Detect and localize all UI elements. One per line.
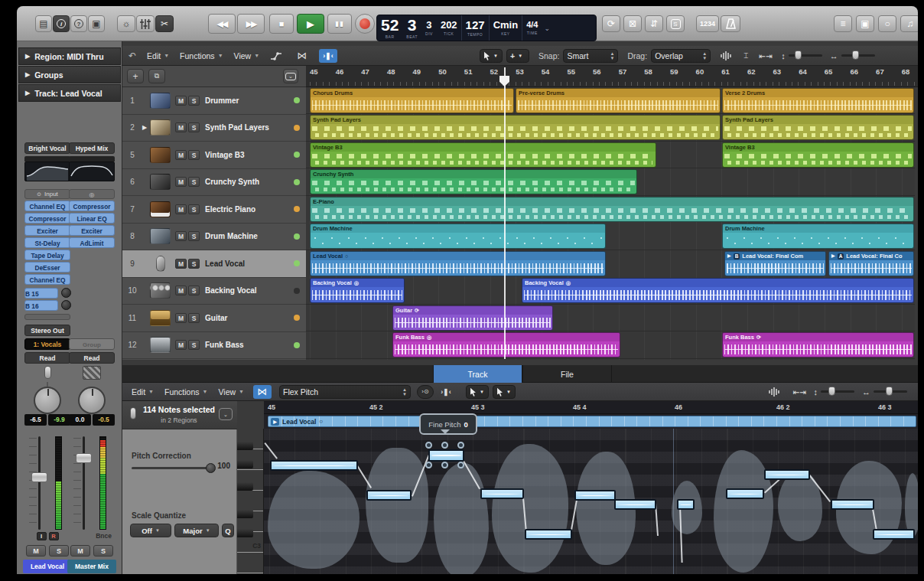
region-verse-2-drums[interactable]: Verse 2 Drums <box>722 88 914 113</box>
black-key[interactable] <box>237 460 253 468</box>
track-mute-button[interactable]: M <box>175 259 187 269</box>
tab-file[interactable]: File <box>522 365 612 383</box>
autopunch-button[interactable]: ⊠ <box>623 15 642 32</box>
track-name[interactable]: Drum Machine <box>205 232 294 240</box>
flex-toggle-button[interactable]: ⋈ <box>253 385 272 399</box>
black-key[interactable] <box>237 529 253 537</box>
play-button[interactable]: ▶ <box>297 14 324 34</box>
scale-quantize-scale-menu[interactable]: Major▼ <box>174 524 219 537</box>
bounce-label[interactable]: Bnce <box>69 532 115 540</box>
track-solo-button[interactable]: S <box>188 204 200 214</box>
pitch-correction-value[interactable]: 100 <box>217 462 230 470</box>
track-name[interactable]: Backing Vocal <box>205 286 294 295</box>
solo-button[interactable]: S <box>49 545 69 557</box>
black-key[interactable] <box>237 442 253 450</box>
slider-thumb[interactable] <box>886 387 893 396</box>
track-name[interactable]: Drummer <box>205 96 294 105</box>
region-funk-bass-2[interactable]: Funk Bass⟳ <box>722 332 914 357</box>
flex-pitch-note[interactable] <box>831 499 874 510</box>
track-mute-button[interactable]: M <box>175 177 187 187</box>
lcd-display[interactable]: 52BAR 3BEAT 3DIV 202TICK 127TEMPO CminKE… <box>376 15 597 41</box>
rewind-button[interactable]: ◀◀ <box>208 14 236 34</box>
editor-command-click-tool-menu[interactable]: ▼ <box>493 385 516 399</box>
slider-thumb[interactable] <box>206 463 216 473</box>
flex-pitch-note[interactable] <box>764 469 810 480</box>
region-synth-pad-layers-1[interactable]: Synth Pad Layers <box>310 115 721 140</box>
record-button[interactable] <box>355 14 375 34</box>
track-solo-button[interactable]: S <box>188 286 200 295</box>
flex-split-button[interactable]: ›❚‹ <box>437 385 455 399</box>
stop-button[interactable]: ■ <box>269 14 294 34</box>
empty-send-slot[interactable] <box>24 314 70 320</box>
vertical-zoom-slider[interactable] <box>789 54 822 57</box>
mute-button[interactable]: M <box>26 545 46 557</box>
editor-region-header[interactable]: ▶ Lead Vocal ○ <box>268 416 916 427</box>
lcd-div[interactable]: 3DIV <box>421 15 437 41</box>
scale-quantize-root-menu[interactable]: Off▼ <box>130 524 171 537</box>
catch-playhead-button[interactable]: ›⊙ <box>417 385 434 399</box>
plugin-slot[interactable]: Tape Delay <box>24 250 70 260</box>
flex-pitch-note-selected[interactable] <box>428 449 464 462</box>
track-header-options-button[interactable]: ⌄ <box>283 69 298 83</box>
track-mute-button[interactable]: M <box>175 231 187 241</box>
track-disclosure-icon[interactable]: ▶ <box>142 124 148 131</box>
undo-arrow-icon[interactable]: ↶ <box>129 51 136 61</box>
track-solo-button[interactable]: S <box>188 231 200 241</box>
list-editors-button[interactable]: ≡ <box>834 15 852 32</box>
plugin-slot[interactable]: Exciter <box>24 225 70 236</box>
note-handle-top-left[interactable] <box>425 442 432 449</box>
channel-setting-button[interactable]: Bright Vocal <box>24 142 70 154</box>
flex-pitch-note[interactable] <box>614 499 656 510</box>
mixer-button[interactable] <box>136 15 155 32</box>
black-key[interactable] <box>237 510 253 518</box>
piano-keyboard[interactable]: C3 <box>237 429 264 574</box>
waveform-zoom-button[interactable] <box>717 49 735 63</box>
plugin-slot[interactable]: St-Delay <box>24 237 70 248</box>
send-slot-b15[interactable]: B 15 <box>24 288 58 299</box>
track-name[interactable]: Lead Vocal <box>205 259 294 268</box>
track-row-drummer[interactable]: 1 MS Drummer <box>122 87 306 115</box>
snap-menu[interactable]: Smart▲▼ <box>563 49 618 63</box>
track-mute-button[interactable]: M <box>175 122 187 132</box>
automation-mode-button[interactable]: Read <box>24 352 70 364</box>
region-drum-machine-1[interactable]: Drum Machine <box>310 224 606 249</box>
lcd-tempo[interactable]: 127TEMPO <box>462 15 490 41</box>
plugin-slot[interactable]: Linear EQ <box>69 213 115 224</box>
editor-waveform-zoom-button[interactable] <box>765 385 783 399</box>
drag-menu[interactable]: Overlap▲▼ <box>651 49 711 63</box>
editor-left-click-tool-menu[interactable]: ▼ <box>466 385 489 399</box>
track-name[interactable]: Electric Piano <box>205 205 294 214</box>
solo-button[interactable]: S <box>93 545 113 557</box>
region-lead-vocal[interactable]: Lead Vocal○ <box>310 251 606 276</box>
track-mute-button[interactable]: M <box>175 150 187 160</box>
plugin-slot[interactable]: Channel EQ <box>24 274 70 285</box>
arrange-view-menu[interactable]: View▼ <box>234 51 260 60</box>
track-row-vintage-b3[interactable]: 5 MS Vintage B3 <box>122 142 306 169</box>
lcd-tick[interactable]: 202TICK <box>437 15 462 41</box>
slider-thumb[interactable] <box>852 51 859 60</box>
region-chorus-drums[interactable]: Chorus Drums <box>310 88 514 113</box>
track-inspector-header[interactable]: ▶Track: Lead Vocal <box>18 84 121 102</box>
track-name[interactable]: Synth Pad Layers <box>205 123 294 132</box>
flex-pitch-note[interactable] <box>873 529 915 540</box>
duplicate-track-button[interactable]: ⧉ <box>148 69 165 83</box>
count-in-button[interactable]: 1234 <box>696 15 719 32</box>
flex-pitch-split-button[interactable]: ›❚‹ <box>319 49 337 63</box>
track-mute-button[interactable]: M <box>175 204 187 214</box>
pitch-correction-slider[interactable] <box>132 467 214 469</box>
bar-ruler[interactable]: 4546474849505152535455565758596061626364… <box>306 66 918 87</box>
pan-knob[interactable] <box>34 387 61 414</box>
region-guitar[interactable]: Guitar⟳ <box>392 305 553 331</box>
slider-thumb[interactable] <box>795 51 802 60</box>
plugin-slot[interactable]: DeEsser <box>24 262 70 273</box>
playhead[interactable] <box>504 67 506 359</box>
scale-quantize-apply-button[interactable]: Q <box>222 524 234 537</box>
region-lead-vocal-take-b[interactable]: ▶BLead Vocal: Final Com <box>724 251 826 276</box>
library-toggle-button[interactable]: ▤ <box>35 15 52 32</box>
editor-ruler[interactable]: 4545 245 345 44646 246 3 <box>264 401 918 414</box>
eq-curve-thumbnail[interactable] <box>69 162 115 181</box>
note-handle-top-center[interactable] <box>441 442 448 449</box>
solo-mode-button[interactable]: S <box>666 15 685 32</box>
track-row-electric-piano[interactable]: 7 MS Electric Piano <box>122 196 306 224</box>
toolbar-toggle-button[interactable]: ▣ <box>88 15 105 32</box>
